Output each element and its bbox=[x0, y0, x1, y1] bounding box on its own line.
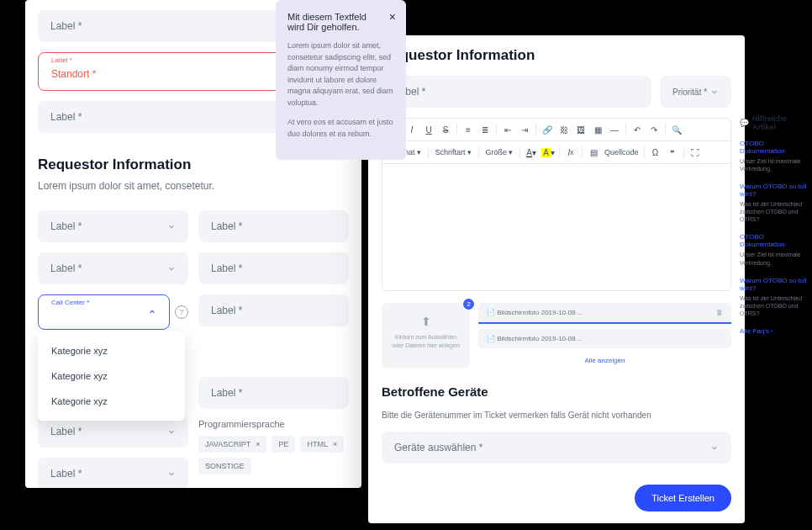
devices-desc: Bitte die Gerätenummer im Ticket vermerk… bbox=[382, 411, 731, 420]
upload-text: Klicken zum Auswählenoder Dateien hier a… bbox=[388, 333, 463, 350]
article-item: OTOBO Dokumentation Unser Ziel ist maxim… bbox=[740, 140, 809, 172]
tag: HTML× bbox=[300, 436, 344, 453]
label-select[interactable]: Label * bbox=[38, 252, 188, 284]
upload-dropzone[interactable]: 2 ⬆ Klicken zum Auswählenoder Dateien hi… bbox=[382, 303, 470, 368]
chevron-down-icon bbox=[167, 222, 176, 231]
call-center-dropdown: Kategorie xyz Kategorie xyz Kategorie xy… bbox=[38, 331, 185, 421]
label-select[interactable]: Label * bbox=[382, 76, 651, 108]
devices-title: Betroffene Geräte bbox=[382, 384, 731, 399]
tags-label: Programmiersprache bbox=[198, 419, 349, 429]
tag-remove[interactable]: × bbox=[256, 440, 260, 448]
help-icon[interactable]: ? bbox=[175, 305, 188, 319]
upload-count-badge: 2 bbox=[463, 299, 474, 310]
strike-button[interactable]: S bbox=[438, 122, 453, 137]
font-select[interactable]: Schriftart ▾ bbox=[432, 146, 475, 158]
editor-toolbar-1: B I U S ≡ ≣ ⇤ ⇥ 🔗 ⛓ 🖼 ▦ — ↶ ↷ 🔍 bbox=[382, 119, 730, 141]
section-title: Requestor Information bbox=[382, 47, 731, 64]
quote-button[interactable]: ❝ bbox=[665, 145, 680, 160]
table-button[interactable]: ▦ bbox=[590, 122, 605, 137]
article-link[interactable]: Warum OTOBO so toll wird? bbox=[740, 183, 809, 198]
source-button[interactable]: ▤ bbox=[586, 145, 601, 160]
article-link[interactable]: OTOBO Dokumentation bbox=[740, 233, 809, 248]
dropdown-item[interactable]: Kategorie xyz bbox=[38, 338, 185, 363]
file-list: 📄 Bildschirmfoto 2019-10-08… 🗑 📄 Bildsch… bbox=[478, 303, 731, 368]
hr-button[interactable]: — bbox=[607, 122, 622, 137]
tag-list: JAVASCRIPT× PE HTML× SONSTIGE bbox=[198, 436, 349, 474]
editor-body[interactable] bbox=[382, 164, 730, 290]
image-button[interactable]: 🖼 bbox=[573, 122, 588, 137]
devices-select[interactable]: Geräte auswählen * bbox=[382, 432, 731, 464]
help-tooltip: × Mit diesem Textfeld wird Dir geholfen.… bbox=[276, 0, 406, 160]
sidebar-title: 💬 Hilfreiche Artikel bbox=[740, 114, 809, 131]
dropdown-item[interactable]: Kategorie xyz bbox=[38, 389, 185, 414]
chevron-down-icon bbox=[167, 264, 176, 273]
chevron-down-icon bbox=[710, 87, 719, 96]
underline-button[interactable]: U bbox=[421, 122, 436, 137]
chevron-down-icon bbox=[710, 443, 719, 452]
list-ol-button[interactable]: ≣ bbox=[477, 122, 493, 137]
label-select[interactable]: Label * bbox=[38, 210, 188, 242]
all-faqs-link[interactable]: Alle Faq's › bbox=[740, 327, 809, 335]
indent-button[interactable]: ⇥ bbox=[517, 122, 532, 137]
chevron-down-icon bbox=[167, 469, 176, 478]
clear-format-button[interactable]: Ix bbox=[563, 145, 578, 160]
article-desc: Was ist der Unterschied zwischen OTOBO u… bbox=[740, 294, 809, 317]
section-desc: Lorem ipsum dolor sit amet, consetetur. bbox=[38, 180, 349, 192]
article-desc: Unser Ziel ist maximale Verbreitung. bbox=[740, 251, 809, 266]
close-icon[interactable]: × bbox=[389, 10, 396, 24]
chevron-down-icon bbox=[167, 427, 176, 436]
file-item: 📄 Bildschirmfoto 2019-10-08… 🗑 bbox=[478, 303, 731, 324]
link-button[interactable]: 🔗 bbox=[540, 122, 555, 137]
label-select[interactable]: Label * bbox=[38, 458, 188, 488]
tag: SONSTIGE bbox=[198, 458, 251, 474]
tooltip-text: At vero eos et accusam et justo duo dolo… bbox=[287, 117, 394, 140]
article-item: Warum OTOBO so toll wird? Was ist der Un… bbox=[740, 277, 809, 317]
tooltip-text: Lorem ipsum dolor sit amet, consetetur s… bbox=[287, 40, 394, 109]
label-select[interactable]: Label * bbox=[198, 210, 349, 242]
call-center-select[interactable]: Call Center * bbox=[38, 294, 170, 330]
special-char-button[interactable]: Ω bbox=[648, 145, 663, 160]
label-select[interactable]: Label * bbox=[198, 294, 349, 326]
bg-color-button[interactable]: A▾ bbox=[540, 145, 556, 160]
article-desc: Unser Ziel ist maximale Verbreitung. bbox=[740, 157, 809, 172]
rich-text-editor: B I U S ≡ ≣ ⇤ ⇥ 🔗 ⛓ 🖼 ▦ — ↶ ↷ 🔍 Format ▾… bbox=[382, 118, 731, 291]
label-select[interactable]: Label * bbox=[198, 252, 349, 284]
label-select[interactable]: Label * bbox=[198, 377, 349, 409]
show-all-link[interactable]: Alle anzeigen bbox=[478, 353, 731, 368]
article-link[interactable]: OTOBO Dokumentation bbox=[740, 140, 809, 155]
size-select[interactable]: Größe ▾ bbox=[482, 146, 517, 158]
submit-button[interactable]: Ticket Erstellen bbox=[635, 485, 731, 511]
article-desc: Was ist der Unterschied zwischen OTOBO u… bbox=[740, 200, 809, 223]
file-delete-icon[interactable]: 🗑 bbox=[716, 309, 723, 316]
field-tiny-label: Label * bbox=[51, 56, 72, 64]
field-tiny-label: Call Center * bbox=[51, 299, 89, 306]
tooltip-title: Mit diesem Textfeld wird Dir geholfen. bbox=[287, 12, 394, 32]
right-panel: Requestor Information Label * Priorität … bbox=[368, 35, 745, 523]
outdent-button[interactable]: ⇤ bbox=[500, 122, 515, 137]
article-item: Warum OTOBO so toll wird? Was ist der Un… bbox=[740, 183, 809, 223]
field-value: Standort * bbox=[51, 68, 96, 80]
article-item: OTOBO Dokumentation Unser Ziel ist maxim… bbox=[740, 233, 809, 266]
tag-remove[interactable]: × bbox=[333, 440, 337, 448]
field-label: Label * bbox=[50, 111, 82, 123]
helpful-articles-sidebar: 💬 Hilfreiche Artikel OTOBO Dokumentation… bbox=[736, 114, 812, 335]
tag: PE bbox=[272, 436, 295, 453]
article-link[interactable]: Warum OTOBO so toll wird? bbox=[740, 277, 809, 292]
file-item: 📄 Bildschirmfoto 2019-10-08… bbox=[478, 329, 731, 348]
priority-select[interactable]: Priorität * bbox=[660, 76, 731, 108]
editor-toolbar-2: Format ▾ Schriftart ▾ Größe ▾ A▾ A▾ Ix ▤… bbox=[382, 141, 730, 164]
list-ul-button[interactable]: ≡ bbox=[461, 122, 476, 137]
redo-button[interactable]: ↷ bbox=[646, 122, 662, 137]
upload-icon: ⬆ bbox=[388, 315, 463, 328]
italic-button[interactable]: I bbox=[404, 122, 419, 137]
maximize-button[interactable]: ⛶ bbox=[688, 145, 703, 160]
tag: JAVASCRIPT× bbox=[198, 436, 266, 453]
field-label: Label * bbox=[50, 20, 82, 32]
undo-button[interactable]: ↶ bbox=[630, 122, 645, 137]
unlink-button[interactable]: ⛓ bbox=[556, 122, 572, 137]
find-button[interactable]: 🔍 bbox=[669, 122, 684, 137]
dropdown-item[interactable]: Kategorie xyz bbox=[38, 363, 185, 389]
text-color-button[interactable]: A▾ bbox=[524, 145, 539, 160]
chevron-up-icon bbox=[148, 308, 156, 316]
source-label: Quellcode bbox=[603, 148, 641, 156]
